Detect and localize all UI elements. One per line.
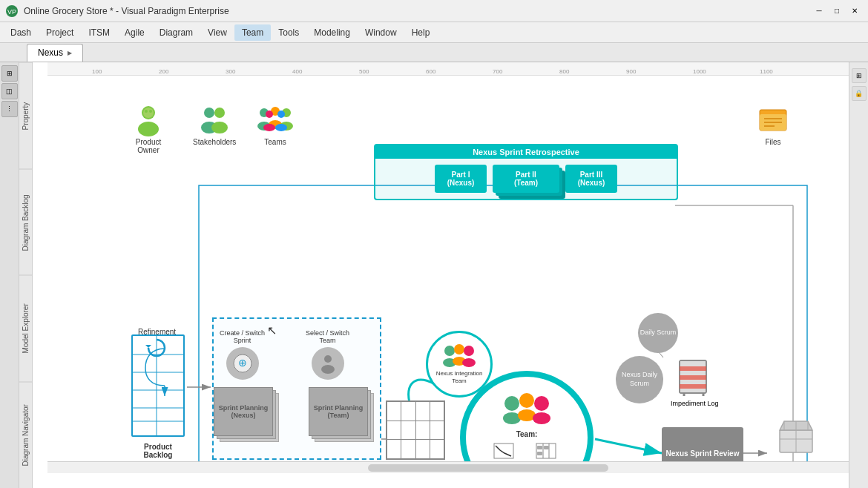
window-controls: ─ □ ✕ xyxy=(812,4,862,19)
svg-point-51 xyxy=(324,355,332,363)
ruler-tick-400: 400 xyxy=(292,68,302,75)
menu-team[interactable]: Team xyxy=(234,24,271,41)
sidebar-btn-1[interactable]: ⊞ xyxy=(1,65,18,82)
sprint-planning-team-container: Sprint Planning(Team) xyxy=(309,387,374,442)
product-owner-svg xyxy=(134,105,163,136)
retro-parts: Part I(Nexus) Part II(Team) Part II(Team… xyxy=(375,159,677,199)
product-backlog-svg xyxy=(131,334,185,438)
svg-text:VP: VP xyxy=(7,8,16,16)
menu-view[interactable]: View xyxy=(200,24,234,41)
svg-point-63 xyxy=(534,396,549,411)
stakeholders-icon[interactable]: Stakeholders xyxy=(193,105,236,146)
minimize-button[interactable]: ─ xyxy=(812,4,826,19)
right-sidebar-btn-1[interactable]: ⊞ xyxy=(852,68,867,83)
nexus-integration-team-label: Nexus Integration Team xyxy=(428,370,490,386)
product-owner-icon[interactable]: ProductOwner xyxy=(134,105,163,154)
scrollbar-thumb-h[interactable] xyxy=(368,464,608,472)
product-backlog-label: Product Backlog xyxy=(131,443,185,459)
vertical-panels: Property Diagram Backlog Model Explorer … xyxy=(19,62,33,488)
svg-line-5 xyxy=(595,439,662,453)
daily-scrum-label: Daily Scrum xyxy=(640,329,677,337)
tab-nexus-label: Nexus xyxy=(38,47,63,58)
menubar: Dash Project ITSM Agile Diagram View Tea… xyxy=(0,22,868,43)
daily-scrum-circle[interactable]: Daily Scrum xyxy=(638,313,678,353)
integrated-increment-svg xyxy=(774,415,818,458)
svg-point-34 xyxy=(275,124,287,131)
backlog-cell xyxy=(401,421,415,440)
create-switch-icon[interactable]: ⊕ xyxy=(226,347,259,380)
left-sidebar: ⊞ ◫ ⋮ xyxy=(0,62,19,488)
app-icon: VP xyxy=(6,5,18,17)
svg-point-20 xyxy=(149,110,152,113)
nexus-daily-scrum-circle[interactable]: Nexus Daily Scrum xyxy=(616,356,663,403)
sprint-planning-nexus-stack: Sprint Planning(Nexus) xyxy=(214,387,279,442)
teams-label: Teams xyxy=(264,138,286,146)
menu-diagram[interactable]: Diagram xyxy=(152,24,200,41)
svg-point-52 xyxy=(321,365,335,374)
menu-dash[interactable]: Dash xyxy=(3,24,39,41)
tabbar: Nexus ▶ xyxy=(0,43,868,62)
sidebar-btn-2[interactable]: ◫ xyxy=(1,83,18,99)
panel-property[interactable]: Property xyxy=(19,62,32,169)
svg-point-61 xyxy=(519,393,534,408)
ruler-tick-600: 600 xyxy=(426,68,435,75)
backlog-cell xyxy=(387,402,401,421)
ruler-tick-900: 900 xyxy=(626,68,636,75)
right-sidebar-btn-2[interactable]: 🔒 xyxy=(852,86,867,101)
files-icon[interactable]: Files xyxy=(757,104,789,146)
backlog-cell xyxy=(416,421,430,440)
ruler-tick-700: 700 xyxy=(493,68,502,75)
menu-help[interactable]: Help xyxy=(404,24,438,41)
menu-project[interactable]: Project xyxy=(39,24,81,41)
sprint-planning-team-stack: Sprint Planning(Team) xyxy=(309,387,374,442)
sidebar-btn-3[interactable]: ⋮ xyxy=(1,101,18,117)
svg-point-24 xyxy=(211,122,228,133)
svg-point-31 xyxy=(266,111,273,118)
titlebar: VP Online Grocery Store * - Visual Parad… xyxy=(0,0,868,22)
svg-rect-76 xyxy=(680,384,706,389)
svg-point-18 xyxy=(143,108,154,118)
retro-part-2-front[interactable]: Part II(Team) xyxy=(493,165,559,193)
retro-part-3[interactable]: Part III(Nexus) xyxy=(565,165,617,193)
svg-point-55 xyxy=(454,344,464,355)
sprint-planning-team-front[interactable]: Sprint Planning(Team) xyxy=(309,387,368,436)
retro-part-1[interactable]: Part I(Nexus) xyxy=(435,165,487,193)
create-switch-svg: ⊕ xyxy=(232,353,253,374)
close-button[interactable]: ✕ xyxy=(847,4,862,19)
svg-point-58 xyxy=(462,358,476,367)
menu-modeling[interactable]: Modeling xyxy=(306,24,358,41)
select-switch-label: Select / SwitchTeam xyxy=(306,329,349,344)
teams-svg xyxy=(257,105,294,136)
menu-window[interactable]: Window xyxy=(358,24,404,41)
menu-itsm[interactable]: ITSM xyxy=(81,24,117,41)
panel-diagram-backlog[interactable]: Diagram Backlog xyxy=(19,169,32,276)
select-switch-team-container: Select / SwitchTeam xyxy=(306,329,349,380)
maximize-button[interactable]: □ xyxy=(829,4,844,19)
svg-point-32 xyxy=(263,124,275,131)
ruler-tick-1100: 1100 xyxy=(760,68,773,75)
tab-nexus[interactable]: Nexus ▶ xyxy=(27,44,83,62)
menu-tools[interactable]: Tools xyxy=(271,24,306,41)
stakeholders-label: Stakeholders xyxy=(193,138,236,146)
svg-point-21 xyxy=(204,108,214,118)
panel-model-explorer[interactable]: Model Explorer xyxy=(19,275,32,382)
backlog-cell xyxy=(430,402,444,421)
canvas-area[interactable]: 100 200 300 400 500 600 700 800 900 1000… xyxy=(33,62,849,488)
teams-icon[interactable]: Teams xyxy=(257,105,294,146)
backlog-cell xyxy=(416,440,430,458)
nexus-integration-team-svg xyxy=(441,343,478,370)
select-switch-icon[interactable] xyxy=(312,347,344,380)
panel-diagram-navigator[interactable]: Diagram Navigator xyxy=(19,382,32,489)
files-svg xyxy=(757,104,789,136)
backlog-cell xyxy=(416,402,430,421)
menu-agile[interactable]: Agile xyxy=(117,24,152,41)
scrollbar-horizontal[interactable] xyxy=(47,461,849,473)
nexus-sprint-backlog-grid[interactable] xyxy=(386,400,445,460)
svg-point-23 xyxy=(214,108,225,118)
sprint-planning-nexus-container: Sprint Planning(Nexus) xyxy=(214,387,279,442)
retro-part-stack: Part II(Team) Part II(Team) Part II(Team… xyxy=(493,165,559,193)
sprint-planning-nexus-front[interactable]: Sprint Planning(Nexus) xyxy=(214,387,273,436)
burndown-chart-svg xyxy=(493,443,514,459)
ruler-tick-800: 800 xyxy=(559,68,569,75)
impediment-log-svg xyxy=(678,359,711,396)
